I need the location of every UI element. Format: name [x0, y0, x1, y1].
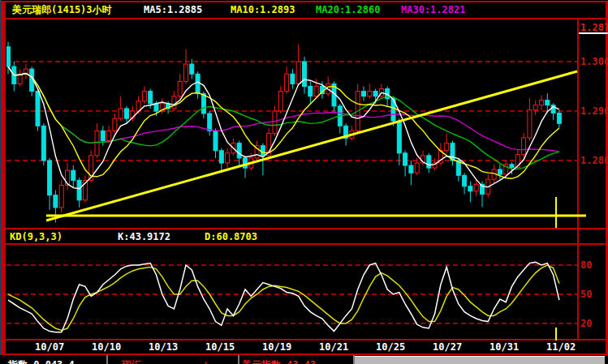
- date-label: 10/15: [205, 341, 235, 353]
- status-left-quote-fragment: 指数 0.043 4: [8, 359, 75, 364]
- kd-k-value-label: K:43.9172: [118, 231, 170, 242]
- axis-divider-line: [577, 19, 579, 339]
- status-divider: [238, 355, 239, 364]
- ma20-value-label: MA20:1.2860: [316, 4, 380, 15]
- frame-left-strip: [2, 1, 6, 364]
- last-price-tag: 1.2875: [580, 22, 608, 33]
- status-mid-plus-fragment: +: [203, 359, 209, 364]
- kd-tick-20: 20: [580, 318, 592, 329]
- kd-tick-50: 50: [580, 289, 592, 300]
- chart-bottom-border: [2, 228, 606, 229]
- date-label: 10/27: [433, 341, 462, 353]
- status-mid-quote-fragment: 现汇: [122, 359, 141, 364]
- price-tag-underline: [579, 32, 608, 34]
- price-tick-12900: 1.2900: [580, 105, 608, 117]
- status-divider: [106, 355, 108, 364]
- date-label: 10/19: [262, 341, 291, 353]
- kd-tick-80: 80: [580, 259, 592, 271]
- candlestick-chart-canvas[interactable]: [6, 19, 577, 228]
- trading-app-window: 美元瑞郎(1415)3小时 MA5:1.2885 MA10:1.2893 MA2…: [0, 0, 608, 364]
- ma30-value-label: MA30:1.2821: [401, 4, 465, 15]
- date-label: 10/13: [149, 341, 178, 353]
- price-tick-12800: 1.2800: [580, 155, 608, 166]
- date-label: 10/31: [489, 341, 519, 353]
- kd-oscillator-canvas[interactable]: [6, 244, 577, 339]
- frame-top-line: [2, 1, 606, 2]
- kd-bottom-border: [2, 339, 606, 340]
- instrument-title: 美元瑞郎(1415)3小时: [12, 4, 112, 15]
- status-right-quote-fragment: 美元指数 43.43: [242, 359, 316, 364]
- ma5-value-label: MA5:1.2885: [144, 4, 202, 15]
- kd-d-value-label: D:60.8703: [205, 231, 257, 242]
- kd-indicator-name[interactable]: KD(9,3,3): [10, 231, 63, 242]
- ma10-value-label: MA10:1.2893: [231, 4, 295, 15]
- status-bar: 指数 0.043 4 现汇 + 美元指数 43.43: [0, 355, 608, 364]
- status-gray-panel[interactable]: [355, 356, 605, 364]
- date-label: 10/25: [376, 341, 405, 353]
- date-label: 10/21: [319, 341, 348, 353]
- price-tick-13000: 1.3000: [580, 56, 608, 67]
- date-label: 10/07: [35, 341, 64, 353]
- date-label: 10/10: [92, 341, 121, 353]
- date-label: 11/02: [546, 341, 576, 353]
